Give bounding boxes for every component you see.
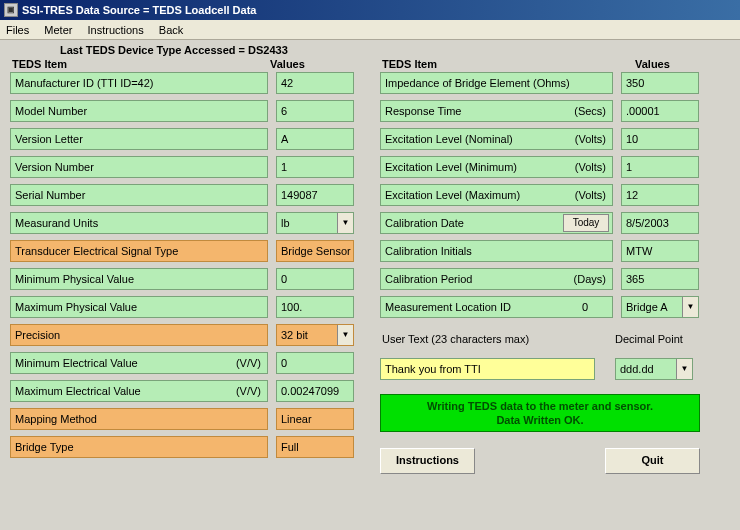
field-value[interactable]: 1 (276, 156, 354, 178)
field-value[interactable]: 1 (621, 156, 699, 178)
field-label: Bridge Type (10, 436, 268, 458)
table-row: Serial Number149087 (10, 184, 355, 206)
user-text-row: User Text (23 characters max) Decimal Po… (380, 330, 730, 348)
field-unit: (Volts) (575, 187, 606, 203)
field-value[interactable]: 365 (621, 268, 699, 290)
field-value-text: 1 (626, 161, 632, 173)
field-label: Impedance of Bridge Element (Ohms) (380, 72, 613, 94)
chevron-down-icon[interactable]: ▼ (337, 325, 353, 345)
table-row: Mapping MethodLinear (10, 408, 355, 430)
field-value[interactable]: 12 (621, 184, 699, 206)
table-row: Maximum Physical Value100. (10, 296, 355, 318)
field-label-text: Excitation Level (Nominal) (385, 131, 513, 147)
field-value-text: 149087 (281, 189, 318, 201)
field-value[interactable]: Bridge A▼ (621, 296, 699, 318)
field-value[interactable]: 10 (621, 128, 699, 150)
app-icon: ▣ (4, 3, 18, 17)
field-value[interactable]: 100. (276, 296, 354, 318)
field-label: Minimum Electrical Value(V/V) (10, 352, 268, 374)
chevron-down-icon[interactable]: ▼ (337, 213, 353, 233)
left-column: Manufacturer ID (TTI ID=42)42Model Numbe… (10, 72, 355, 474)
field-label-text: Measurement Location ID (385, 299, 511, 315)
right-column: Impedance of Bridge Element (Ohms)350Res… (380, 72, 730, 474)
field-label: Maximum Electrical Value(V/V) (10, 380, 268, 402)
field-value-text: 365 (626, 273, 644, 285)
field-unit: (V/V) (236, 355, 261, 371)
window-title: SSI-TRES Data Source = TEDS Loadcell Dat… (22, 0, 256, 20)
quit-button[interactable]: Quit (605, 448, 700, 474)
field-value-text: 0.00247099 (281, 385, 339, 397)
menu-bar: Files Meter Instructions Back (0, 20, 740, 40)
field-value[interactable]: 0 (276, 268, 354, 290)
field-value[interactable]: 0.00247099 (276, 380, 354, 402)
field-value[interactable]: 32 bit▼ (276, 324, 354, 346)
field-value[interactable]: .00001 (621, 100, 699, 122)
field-value[interactable]: Linear (276, 408, 354, 430)
last-device-label: Last TEDS Device Type Accessed = DS2433 (10, 44, 730, 58)
table-row: Excitation Level (Nominal)(Volts)10 (380, 128, 730, 150)
decimal-point-label: Decimal Point (613, 333, 703, 345)
field-unit: (Secs) (574, 103, 606, 119)
field-value[interactable]: 350 (621, 72, 699, 94)
field-value[interactable]: 149087 (276, 184, 354, 206)
today-button[interactable]: Today (563, 214, 609, 232)
field-value-text: 1 (281, 161, 287, 173)
field-label-text: Measurand Units (15, 215, 98, 231)
field-label: Measurement Location ID0 (380, 296, 613, 318)
menu-meter[interactable]: Meter (44, 24, 72, 36)
field-label-text: Precision (15, 327, 60, 343)
table-row: Bridge TypeFull (10, 436, 355, 458)
user-text-input[interactable]: Thank you from TTI (380, 358, 595, 380)
table-row: Measurand Unitslb▼ (10, 212, 355, 234)
hdr-values-r: Values (615, 58, 695, 70)
field-label-text: Calibration Initials (385, 243, 472, 259)
field-label-text: Manufacturer ID (TTI ID=42) (15, 75, 153, 91)
table-row: Calibration InitialsMTW (380, 240, 730, 262)
chevron-down-icon[interactable]: ▼ (676, 359, 692, 379)
table-row: Impedance of Bridge Element (Ohms)350 (380, 72, 730, 94)
field-value[interactable]: 6 (276, 100, 354, 122)
field-label-text: Version Letter (15, 131, 83, 147)
field-label: Manufacturer ID (TTI ID=42) (10, 72, 268, 94)
field-unit: (Days) (574, 271, 606, 287)
field-unit: (V/V) (236, 383, 261, 399)
field-value-text: Bridge A (626, 301, 668, 313)
chevron-down-icon[interactable]: ▼ (682, 297, 698, 317)
field-value-text: 350 (626, 77, 644, 89)
field-label-text: Calibration Date (385, 215, 464, 231)
field-label-text: Excitation Level (Minimum) (385, 159, 517, 175)
menu-files[interactable]: Files (6, 24, 29, 36)
field-label-text: Maximum Electrical Value (15, 383, 141, 399)
table-row: Model Number6 (10, 100, 355, 122)
field-label: Calibration Initials (380, 240, 613, 262)
instructions-button[interactable]: Instructions (380, 448, 475, 474)
menu-instructions[interactable]: Instructions (87, 24, 143, 36)
field-label: Minimum Physical Value (10, 268, 268, 290)
field-label: Excitation Level (Maximum)(Volts) (380, 184, 613, 206)
table-row: Calibration DateToday8/5/2003 (380, 212, 730, 234)
field-value[interactable]: MTW (621, 240, 699, 262)
table-row: Calibration Period(Days)365 (380, 268, 730, 290)
field-label-text: Serial Number (15, 187, 85, 203)
table-row: Excitation Level (Minimum)(Volts)1 (380, 156, 730, 178)
field-value-text: A (281, 133, 288, 145)
decimal-point-select[interactable]: ddd.dd ▼ (615, 358, 693, 380)
field-label-text: Version Number (15, 159, 94, 175)
field-value[interactable]: 42 (276, 72, 354, 94)
table-row: Version LetterA (10, 128, 355, 150)
field-value[interactable]: Full (276, 436, 354, 458)
field-value-text: 12 (626, 189, 638, 201)
table-row: Manufacturer ID (TTI ID=42)42 (10, 72, 355, 94)
menu-back[interactable]: Back (159, 24, 183, 36)
field-value[interactable]: lb▼ (276, 212, 354, 234)
field-value[interactable]: 0 (276, 352, 354, 374)
field-label-text: Model Number (15, 103, 87, 119)
field-label-text: Bridge Type (15, 439, 74, 455)
field-value[interactable]: A (276, 128, 354, 150)
field-value[interactable]: 8/5/2003 (621, 212, 699, 234)
hdr-teds-item-l: TEDS Item (10, 58, 270, 70)
field-value-text: 32 bit (281, 329, 308, 341)
field-value[interactable]: Bridge Sensor (276, 240, 354, 262)
inline-value: 0 (582, 299, 588, 315)
column-headers: TEDS Item Values TEDS Item Values (10, 58, 730, 72)
